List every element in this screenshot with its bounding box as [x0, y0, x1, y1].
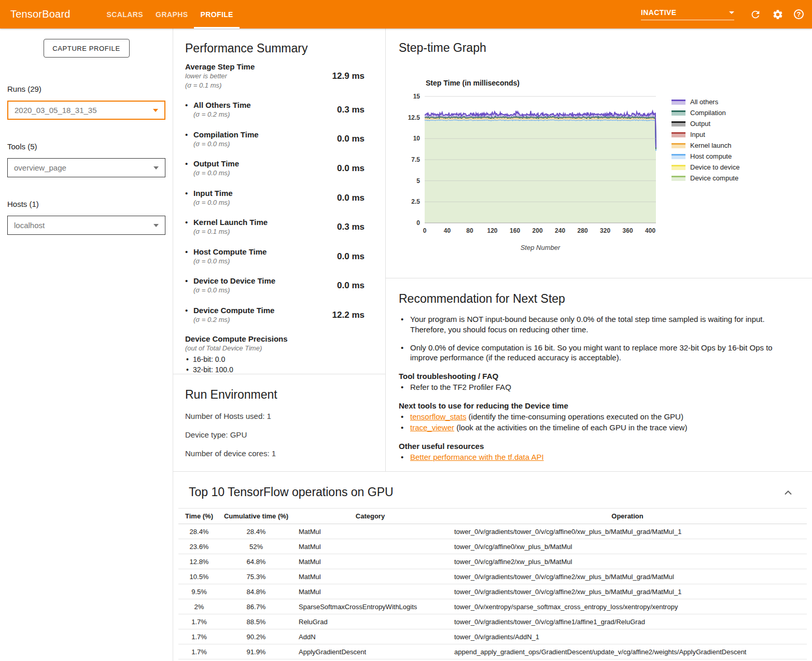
tool-link-desc: (look at the activities on the timeline …	[454, 423, 687, 432]
chart-plot: 02.557.51012.515040801201602002402803203…	[399, 90, 663, 243]
performance-summary-section: Performance Summary Average Step Time lo…	[173, 29, 385, 374]
precision-item: 16-bit: 0.0	[185, 354, 365, 364]
runs-label: Runs (29)	[7, 85, 165, 93]
recommendation-bullet: Only 0.0% of device computation is 16 bi…	[399, 343, 791, 363]
metric-row: • Input Time (σ = 0.0 ms) 0.0 ms	[185, 189, 365, 207]
column-header-operation: Operation	[448, 509, 807, 524]
table-row: 28.4%28.4%MatMultower_0/v/gradients/towe…	[178, 524, 807, 539]
precisions-title: Device Compute Precisions	[185, 334, 365, 344]
metric-label: Output Time	[193, 159, 239, 168]
runs-value: 2020_03_05_18_31_35	[15, 106, 97, 115]
runs-dropdown[interactable]: 2020_03_05_18_31_35	[7, 101, 165, 120]
legend-swatch	[671, 99, 685, 105]
main-area: Performance Summary Average Step Time lo…	[173, 29, 812, 661]
faq-subhead: Tool troubleshooting / FAQ	[399, 372, 791, 381]
svg-text:400: 400	[645, 227, 655, 234]
svg-text:280: 280	[578, 227, 588, 234]
legend-swatch	[671, 110, 685, 116]
svg-text:200: 200	[533, 227, 543, 234]
legend-swatch	[671, 153, 685, 160]
metric-label: Average Step Time	[185, 62, 255, 72]
svg-text:120: 120	[487, 227, 498, 234]
chevron-down-icon	[729, 11, 734, 14]
svg-text:80: 80	[466, 227, 473, 234]
svg-text:12.5: 12.5	[408, 114, 421, 121]
legend-item: Device compute	[671, 173, 739, 184]
chevron-down-icon	[153, 224, 159, 227]
hosts-dropdown[interactable]: localhost	[7, 216, 165, 235]
trace-viewer-link[interactable]: trace_viewer	[410, 423, 454, 432]
sidebar: CAPTURE PROFILE Runs (29) 2020_03_05_18_…	[0, 29, 173, 661]
metric-label: Compilation Time	[193, 130, 259, 139]
table-row: 10.5%75.3%MatMultower_0/v/gradients/towe…	[178, 569, 807, 584]
tools-dropdown[interactable]: overview_page	[7, 158, 165, 177]
step-time-graph-section: Step-time Graph Step Time (in millisecon…	[386, 29, 812, 278]
tfdata-api-link[interactable]: Better performance with the tf.data API	[410, 453, 544, 461]
other-resources-subhead: Other useful resources	[399, 442, 791, 451]
svg-text:10: 10	[413, 135, 421, 142]
legend-swatch	[671, 143, 685, 149]
tensorflow-stats-link[interactable]: tensorflow_stats	[410, 412, 466, 421]
svg-text:5: 5	[416, 177, 420, 185]
metric-row: • Device Compute Time (σ = 0.2 ms) 12.2 …	[185, 306, 365, 325]
status-label: INACTIVE	[641, 8, 677, 17]
reload-status-dropdown[interactable]: INACTIVE	[641, 8, 734, 20]
settings-icon[interactable]	[772, 8, 784, 21]
refresh-icon[interactable]	[749, 8, 762, 21]
run-env-item: Device type: GPU	[185, 430, 375, 439]
svg-text:0: 0	[423, 227, 427, 234]
tools-field: Tools (5) overview_page	[7, 142, 165, 177]
run-env-item: Number of device cores: 1	[185, 449, 375, 458]
collapse-section-icon[interactable]	[784, 490, 792, 495]
svg-text:160: 160	[510, 227, 520, 234]
tools-value: overview_page	[14, 163, 66, 172]
faq-item: Refer to the TF2 Profiler FAQ	[399, 382, 791, 392]
metric-value: 0.3 ms	[337, 222, 365, 232]
table-header-row: Time (%) Cumulative time (%) Category Op…	[178, 509, 807, 524]
table-row: 2%86.7%SparseSoftmaxCrossEntropyWithLogi…	[178, 599, 807, 614]
tools-label: Tools (5)	[7, 142, 165, 151]
precision-item: 32-bit: 100.0	[185, 364, 365, 375]
svg-text:40: 40	[444, 227, 451, 234]
metric-value: 0.0 ms	[337, 251, 365, 262]
legend-item: Host compute	[671, 151, 739, 162]
table-row: 9.5%84.8%MatMultower_0/v/gradients/tower…	[178, 584, 807, 599]
svg-text:0: 0	[416, 219, 420, 227]
step-time-chart: Step Time (in milliseconds) 02.557.51012…	[399, 79, 663, 251]
tab-graphs[interactable]: GRAPHS	[149, 0, 194, 29]
chart-legend: All others Compilation Output Input Kern…	[671, 96, 739, 251]
table-row: 1.7%90.2%AddNtower_0/v/gradients/AddN_1	[178, 629, 807, 644]
metric-sigma: (σ = 0.0 ms)	[193, 168, 239, 178]
metric-sigma: (σ = 0.0 ms)	[193, 286, 275, 295]
top10-operations-section: Top 10 TensorFlow operations on GPU Time…	[173, 472, 812, 659]
appbar-actions: INACTIVE ?	[641, 8, 804, 21]
tab-scalars[interactable]: SCALARS	[101, 0, 149, 29]
metric-sigma: (σ = 0.1 ms)	[193, 227, 268, 236]
metric-label: Device to Device Time	[193, 276, 275, 286]
metric-row: • Host Compute Time (σ = 0.0 ms) 0.0 ms	[185, 247, 365, 266]
capture-profile-button[interactable]: CAPTURE PROFILE	[44, 39, 130, 58]
run-environment-title: Run Environment	[185, 388, 375, 402]
column-header-time: Time (%)	[178, 509, 220, 524]
next-tools-subhead: Next tools to use for reducing the Devic…	[399, 401, 791, 410]
metric-row: • Compilation Time (σ = 0.0 ms) 0.0 ms	[185, 130, 365, 149]
recommendation-title: Recommendation for Next Step	[399, 292, 791, 306]
right-column: Step-time Graph Step Time (in millisecon…	[386, 29, 812, 471]
metric-label: All Others Time	[193, 101, 251, 110]
tab-profile[interactable]: PROFILE	[194, 0, 239, 29]
run-env-item: Number of Hosts used: 1	[185, 412, 375, 420]
help-icon[interactable]: ?	[794, 9, 804, 19]
hosts-label: Hosts (1)	[7, 200, 165, 208]
performance-summary-title: Performance Summary	[185, 41, 365, 55]
metric-sigma: (σ = 0.0 ms)	[193, 198, 233, 207]
metric-row: • Device to Device Time (σ = 0.0 ms) 0.0…	[185, 276, 365, 295]
legend-item: Compilation	[671, 107, 739, 118]
legend-item: Output	[671, 118, 739, 129]
chevron-down-icon	[153, 109, 158, 112]
resource-link-item: Better performance with the tf.data API	[399, 452, 791, 462]
svg-text:2.5: 2.5	[411, 198, 420, 205]
precisions-note: (out of Total Device Time)	[185, 344, 365, 353]
legend-swatch	[671, 121, 685, 127]
svg-text:7.5: 7.5	[411, 156, 420, 163]
metric-label: Kernel Launch Time	[193, 218, 268, 227]
